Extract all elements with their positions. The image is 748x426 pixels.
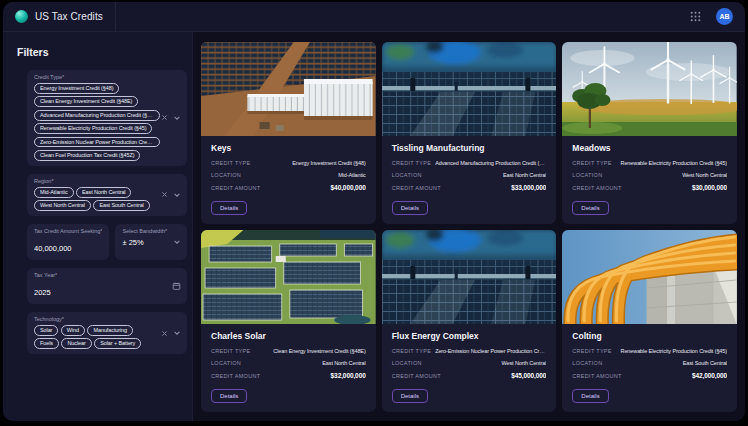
- tax-year-label: Tax Year*: [34, 272, 180, 278]
- top-bar: US Tax Credits AB: [3, 2, 745, 32]
- card-title: Charles Solar: [211, 331, 366, 341]
- credit-amount-value: $42,000,000: [626, 372, 727, 379]
- chevron-down-icon[interactable]: [173, 191, 181, 199]
- location-value: East North Central: [426, 172, 547, 178]
- project-image-solar-battery-farm: [201, 42, 376, 136]
- chip: Clean Fuel Production Tax Credit (§45Z): [34, 150, 140, 161]
- details-button[interactable]: Details: [392, 389, 428, 403]
- chip: Energy Investment Credit (§48): [34, 83, 119, 94]
- region-select[interactable]: Region* Mid-Atlantic East North Central …: [27, 174, 187, 216]
- credit-type-value: Clean Energy Investment Credit (§48E): [254, 348, 365, 354]
- chevron-down-icon[interactable]: [173, 329, 181, 337]
- card-title: Keys: [211, 143, 366, 153]
- chevron-down-icon[interactable]: [173, 238, 181, 246]
- credit-amount-value: $32,000,000: [264, 372, 365, 379]
- avatar[interactable]: AB: [716, 8, 733, 25]
- chip: Zero-Emission Nuclear Power Production C…: [34, 137, 160, 148]
- project-card: Keys CREDIT TYPEEnergy Investment Credit…: [201, 42, 376, 224]
- project-image-solar-panel-manufacturing: [382, 42, 557, 136]
- location-label: LOCATION: [392, 360, 422, 366]
- details-button[interactable]: Details: [572, 201, 608, 215]
- results-grid: Keys CREDIT TYPEEnergy Investment Credit…: [193, 32, 745, 421]
- credit-amount-label: CREDIT AMOUNT: [211, 373, 260, 379]
- chip: West North Central: [34, 200, 91, 211]
- location-label: LOCATION: [572, 172, 602, 178]
- amount-field[interactable]: Tax Credit Amount Seeking*: [27, 224, 109, 260]
- credit-amount-value: $45,000,000: [445, 372, 546, 379]
- clear-icon[interactable]: [161, 191, 168, 198]
- chevron-down-icon[interactable]: [173, 114, 181, 122]
- location-label: LOCATION: [211, 172, 241, 178]
- card-title: Meadows: [572, 143, 727, 153]
- chip: Solar + Battery: [94, 338, 141, 349]
- credit-amount-value: $33,000,000: [445, 184, 546, 191]
- chip: Manufacturing: [87, 325, 133, 336]
- credit-type-value: Renewable Electricity Production Credit …: [616, 348, 727, 354]
- chip: Fuels: [34, 338, 59, 349]
- bandwidth-label: Select Bandwidth*: [122, 228, 180, 234]
- chip: East North Central: [76, 187, 131, 198]
- location-value: East South Central: [606, 360, 727, 366]
- credit-amount-value: $30,000,000: [626, 184, 727, 191]
- credit-type-value: Advanced Manufacturing Production Credit…: [435, 160, 546, 166]
- clear-icon[interactable]: [161, 330, 168, 337]
- filters-title: Filters: [17, 46, 192, 58]
- credit-type-chips: Energy Investment Credit (§48) Clean Ene…: [34, 83, 180, 161]
- bandwidth-value: ± 25%: [122, 237, 180, 247]
- location-label: LOCATION: [392, 172, 422, 178]
- tax-year-field[interactable]: Tax Year*: [27, 268, 187, 304]
- location-value: East North Central: [245, 360, 366, 366]
- chip: Solar: [34, 325, 58, 336]
- project-card: Tissling Manufacturing CREDIT TYPEAdvanc…: [382, 42, 557, 224]
- credit-amount-label: CREDIT AMOUNT: [392, 185, 441, 191]
- location-value: West North Central: [606, 172, 727, 178]
- project-card: Charles Solar CREDIT TYPEClean Energy In…: [201, 230, 376, 412]
- calendar-icon[interactable]: [172, 282, 181, 291]
- project-image-orange-pipes-plant: [562, 230, 737, 324]
- project-card: Colting CREDIT TYPERenewable Electricity…: [562, 230, 737, 412]
- logo-icon: [15, 10, 28, 23]
- project-image-wind-farm: [562, 42, 737, 136]
- details-button[interactable]: Details: [211, 201, 247, 215]
- credit-type-value: Zero-Emission Nuclear Power Production C…: [435, 348, 546, 354]
- chip: Mid-Atlantic: [34, 187, 74, 198]
- clear-icon[interactable]: [161, 114, 168, 121]
- credit-type-label: CREDIT TYPE: [392, 348, 431, 354]
- region-chips: Mid-Atlantic East North Central West Nor…: [34, 187, 180, 211]
- card-title: Colting: [572, 331, 727, 341]
- app-title: US Tax Credits: [35, 11, 103, 22]
- project-image-solar-farm-aerial: [201, 230, 376, 324]
- credit-amount-label: CREDIT AMOUNT: [392, 373, 441, 379]
- app-window: US Tax Credits AB Filters Credit Type* E…: [3, 2, 745, 421]
- filters-sidebar: Filters Credit Type* Energy Investment C…: [3, 32, 193, 421]
- technology-select[interactable]: Technology* Solar Wind Manufacturing Fue…: [27, 312, 187, 354]
- location-label: LOCATION: [211, 360, 241, 366]
- credit-type-label: Credit Type*: [34, 74, 180, 80]
- details-button[interactable]: Details: [572, 389, 608, 403]
- chip: Clean Energy Investment Credit (§48E): [34, 96, 138, 107]
- location-value: Mid-Atlantic: [245, 172, 366, 178]
- credit-amount-value: $40,000,000: [264, 184, 365, 191]
- chip: Advanced Manufacturing Production Credit…: [34, 110, 160, 121]
- credit-type-select[interactable]: Credit Type* Energy Investment Credit (§…: [27, 70, 187, 166]
- project-card: Flux Energy Complex CREDIT TYPEZero-Emis…: [382, 230, 557, 412]
- tax-year-input[interactable]: [34, 287, 180, 297]
- header-divider: [115, 2, 116, 32]
- credit-type-value: Energy Investment Credit (§48): [254, 160, 365, 166]
- apps-grid-icon[interactable]: [690, 11, 701, 22]
- project-image-solar-panel-manufacturing: [382, 230, 557, 324]
- credit-type-label: CREDIT TYPE: [572, 348, 611, 354]
- card-title: Tissling Manufacturing: [392, 143, 547, 153]
- chip: East South Central: [93, 200, 149, 211]
- chip: Nuclear: [61, 338, 91, 349]
- details-button[interactable]: Details: [211, 389, 247, 403]
- details-button[interactable]: Details: [392, 201, 428, 215]
- credit-type-label: CREDIT TYPE: [211, 348, 250, 354]
- amount-input[interactable]: [34, 243, 102, 253]
- credit-type-label: CREDIT TYPE: [392, 160, 431, 166]
- chip: Renewable Electricity Production Credit …: [34, 123, 152, 134]
- credit-amount-label: CREDIT AMOUNT: [572, 373, 621, 379]
- technology-label: Technology*: [34, 316, 180, 322]
- bandwidth-select[interactable]: Select Bandwidth* ± 25%: [115, 224, 187, 260]
- amount-label: Tax Credit Amount Seeking*: [34, 228, 102, 234]
